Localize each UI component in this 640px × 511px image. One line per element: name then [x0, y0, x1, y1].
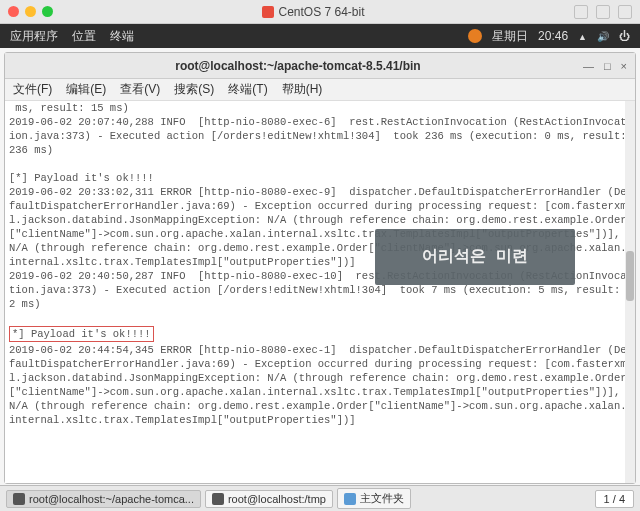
minimize-icon[interactable] [25, 6, 36, 17]
notification-icon[interactable] [468, 29, 482, 43]
minimize-button[interactable]: — [583, 60, 594, 72]
vm-tool2-icon[interactable] [596, 5, 610, 19]
traffic-lights [8, 6, 53, 17]
scrollbar[interactable] [625, 101, 635, 483]
taskbar-item-terminal2[interactable]: root@localhost:/tmp [205, 490, 333, 508]
terminal-titlebar[interactable]: root@localhost:~/apache-tomcat-8.5.41/bi… [5, 53, 635, 79]
menu-terminal[interactable]: 终端(T) [228, 81, 267, 98]
tooltip-overlay: 어리석은 미련 [375, 229, 575, 285]
log-line: *] Payload it's ok!!!! [12, 328, 151, 340]
menu-search[interactable]: 搜索(S) [174, 81, 214, 98]
taskbar-label: root@localhost:/tmp [228, 493, 326, 505]
menu-view[interactable]: 查看(V) [120, 81, 160, 98]
taskbar-item-terminal1[interactable]: root@localhost:~/apache-tomca... [6, 490, 201, 508]
log-line: ms, result: 15 ms) [9, 101, 631, 115]
panel-left: 应用程序 位置 终端 [10, 28, 134, 45]
log-line: 2019-06-02 20:07:40,288 INFO [http-nio-8… [9, 115, 631, 157]
terminal-menubar: 文件(F) 编辑(E) 查看(V) 搜索(S) 终端(T) 帮助(H) [5, 79, 635, 101]
network-icon[interactable] [578, 29, 587, 43]
terminal-icon [212, 493, 224, 505]
vm-titlebar: CentOS 7 64-bit [0, 0, 640, 24]
log-line [9, 311, 631, 325]
bottom-taskbar: root@localhost:~/apache-tomca... root@lo… [0, 485, 640, 511]
log-line: 2019-06-02 20:44:54,345 ERROR [http-nio-… [9, 343, 631, 427]
power-icon[interactable] [619, 29, 630, 43]
sound-icon[interactable] [597, 29, 609, 43]
menu-file[interactable]: 文件(F) [13, 81, 52, 98]
terminal-icon [13, 493, 25, 505]
vm-title: CentOS 7 64-bit [53, 5, 574, 19]
scrollbar-thumb[interactable] [626, 251, 634, 301]
terminal-window: root@localhost:~/apache-tomcat-8.5.41/bi… [4, 52, 636, 484]
vm-tool1-icon[interactable] [574, 5, 588, 19]
menu-help[interactable]: 帮助(H) [282, 81, 323, 98]
menu-edit[interactable]: 编辑(E) [66, 81, 106, 98]
payload-highlight: *] Payload it's ok!!!! [9, 326, 154, 342]
taskbar-label: 主文件夹 [360, 491, 404, 506]
log-line [9, 157, 631, 171]
log-line: [*] Payload it's ok!!!! [9, 171, 631, 185]
taskbar-item-files[interactable]: 主文件夹 [337, 488, 411, 509]
vm-tool3-icon[interactable] [618, 5, 632, 19]
gnome-top-panel: 应用程序 位置 终端 星期日 20:46 [0, 24, 640, 48]
workspace-text: 1 / 4 [604, 493, 625, 505]
tooltip-text: 어리석은 미련 [422, 250, 528, 264]
panel-right: 星期日 20:46 [468, 28, 630, 45]
taskbar-label: root@localhost:~/apache-tomca... [29, 493, 194, 505]
zoom-icon[interactable] [42, 6, 53, 17]
terminal-app-menu[interactable]: 终端 [110, 28, 134, 45]
clock-time: 20:46 [538, 29, 568, 43]
terminal-body[interactable]: ms, result: 15 ms) 2019-06-02 20:07:40,2… [5, 101, 635, 483]
terminal-title: root@localhost:~/apache-tomcat-8.5.41/bi… [13, 59, 583, 73]
window-controls: — □ × [583, 60, 627, 72]
close-button[interactable]: × [621, 60, 627, 72]
applications-menu[interactable]: 应用程序 [10, 28, 58, 45]
folder-icon [344, 493, 356, 505]
places-menu[interactable]: 位置 [72, 28, 96, 45]
maximize-button[interactable]: □ [604, 60, 611, 72]
close-icon[interactable] [8, 6, 19, 17]
vm-title-text: CentOS 7 64-bit [278, 5, 364, 19]
vm-toolbar-icons [574, 5, 632, 19]
clock-day: 星期日 [492, 28, 528, 45]
workspace-indicator[interactable]: 1 / 4 [595, 490, 634, 508]
